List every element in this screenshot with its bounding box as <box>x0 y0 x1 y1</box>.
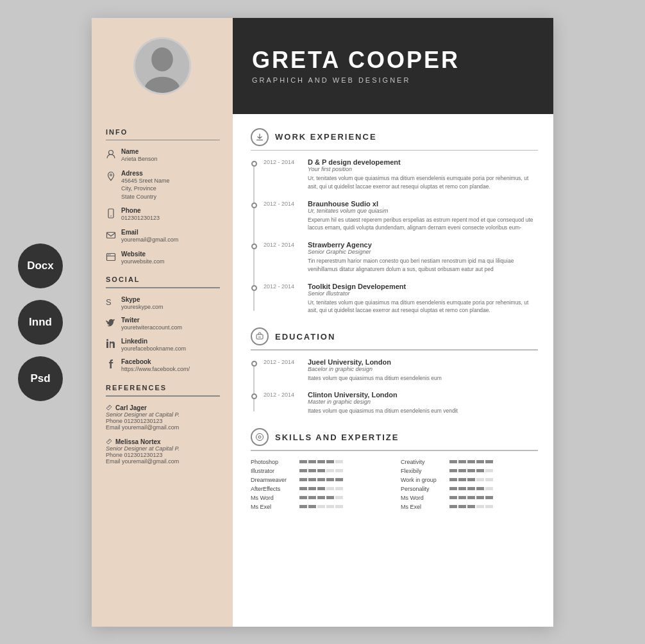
email-value: youremail@gmail.com <box>121 236 178 244</box>
docx-badge[interactable]: Docx <box>18 244 63 288</box>
ref1-phone: Phone 012301230123 <box>106 418 220 424</box>
edu-deg-2: Master in graphic design <box>308 399 538 405</box>
education-timeline: 2012 - 2014 Jueel University, London Bac… <box>251 358 538 416</box>
ref2-email: Email youremail@gmail.com <box>106 458 220 465</box>
skill-creativity: Creativity <box>401 459 538 465</box>
svg-point-13 <box>106 339 108 341</box>
ref2-phone: Phone 012301230123 <box>106 452 220 458</box>
linkedin-label: Linkedin <box>121 338 186 345</box>
edu-year-1: 2012 - 2014 <box>264 358 299 383</box>
svg-point-10 <box>110 254 111 255</box>
person-icon <box>106 149 116 160</box>
social-skype: S Skype youreskype.com <box>106 296 220 311</box>
timeline-year-4: 2012 - 2014 <box>264 283 299 315</box>
company-2: Braunhouse Sudio xl <box>308 200 538 208</box>
ref2-name: Melissa Nortex <box>115 438 161 445</box>
skills-section: SKILLS AND EXPERTIZE Photoshop <box>251 428 538 513</box>
skype-value: youreskype.com <box>121 303 163 311</box>
facebook-label: Facebook <box>121 358 190 365</box>
info-title: INFO <box>106 128 220 136</box>
education-header: EDUCATION <box>251 327 538 345</box>
email-icon <box>106 230 116 240</box>
work-exp-divider <box>251 150 538 151</box>
work-exp-title: WORK EXPERIENCE <box>275 132 377 142</box>
info-section: INFO Name Arieta Benson <box>106 128 220 266</box>
ref1-name: Carl Jager <box>115 404 147 411</box>
address-label: Adress <box>121 170 170 177</box>
desc-4: Ur, tenitates volum que quiasimus ma dit… <box>308 299 538 315</box>
edu-year-2: 2012 - 2014 <box>264 391 299 415</box>
skill-dreamweaver: Dreamweaver <box>251 477 388 483</box>
ref1-email: Email youremail@gmail.com <box>106 424 220 431</box>
twitter-icon <box>106 317 116 327</box>
position-4: Senior Illustrator <box>308 290 538 297</box>
social-linkedin: Linkedin yourefacebookname.com <box>106 338 220 353</box>
linkedin-icon <box>106 338 116 349</box>
references-title: REFERENCES <box>106 384 220 392</box>
desc-2: Experum hil es utaest reperem peribus er… <box>308 216 538 233</box>
svg-point-16 <box>256 434 264 441</box>
skype-label: Skype <box>121 296 163 303</box>
edu-deg-1: Bacelor in graphic design <box>308 366 538 372</box>
svg-text:S: S <box>106 297 112 307</box>
timeline-year-1: 2012 - 2014 <box>264 158 299 191</box>
work-exp-header: WORK EXPERIENCE <box>251 128 538 146</box>
svg-rect-12 <box>106 342 108 348</box>
phone-label: Phone <box>121 207 160 214</box>
skill-msexel-l: Ms Exel <box>251 504 388 510</box>
edu-item-1: 2012 - 2014 Jueel University, London Bac… <box>264 358 538 383</box>
edu-desc-1: Itates volum que quiasimus ma ditium ese… <box>308 374 538 383</box>
edu-dot-1 <box>251 361 257 367</box>
innd-badge[interactable]: Innd <box>18 300 63 345</box>
website-value: yourwebsite.com <box>121 258 165 266</box>
timeline-dot-3 <box>251 244 257 249</box>
resume-job-title: GRAPHICH AND WEB DESIGNER <box>252 76 534 84</box>
ref1-pos: Senior Designer at Capital P. <box>106 411 220 418</box>
ref2-pos: Senior Designer at Capital P. <box>106 445 220 452</box>
work-experience-section: WORK EXPERIENCE 2012 - 2014 D & P design… <box>251 128 538 315</box>
education-section: EDUCATION 2012 - 2014 Jueel University, … <box>251 327 538 415</box>
timeline-year-2: 2012 - 2014 <box>264 200 299 233</box>
header-left <box>92 18 233 114</box>
psd-badge[interactable]: Psd <box>18 356 63 401</box>
work-exp-icon <box>251 128 269 146</box>
skill-flexibily: Flexibily <box>401 468 538 474</box>
address-value: 45645 Sreet NameCity, ProvinceState Coun… <box>121 177 170 201</box>
social-title: SOCIAL <box>106 276 220 283</box>
skills-left-col: Photoshop Illustrator <box>251 459 388 513</box>
education-icon <box>251 327 269 345</box>
name-label: Name <box>121 148 158 155</box>
social-section: SOCIAL S Skype youreskype.com <box>106 276 220 374</box>
desc-1: Ur, tenitates volum que quiasimus ma dit… <box>308 174 538 191</box>
website-icon <box>106 252 116 262</box>
ref-carl: Carl Jager Senior Designer at Capital P.… <box>106 404 220 431</box>
skype-icon: S <box>106 297 116 307</box>
phone-icon <box>106 208 116 219</box>
header-right: GRETA COOPER GRAPHICH AND WEB DESIGNER <box>233 47 553 85</box>
timeline-item-3: 2012 - 2014 Strawberry Agency Senior Gra… <box>264 241 538 274</box>
edu-school-2: Clinton University, London <box>308 391 538 399</box>
twitter-value: youretwiteraccount.com <box>121 324 182 332</box>
svg-point-1 <box>151 47 173 71</box>
email-label: Email <box>121 229 178 236</box>
education-divider <box>251 349 538 351</box>
education-title: EDUCATION <box>275 332 335 342</box>
skills-right-col: Creativity Flexibily <box>401 459 538 513</box>
profile-svg <box>135 37 189 95</box>
timeline-dot-1 <box>251 161 257 167</box>
sidebar: INFO Name Arieta Benson <box>92 114 233 627</box>
name-value: Arieta Benson <box>121 155 158 163</box>
website-label: Website <box>121 251 165 258</box>
skills-title: SKILLS AND EXPERTIZE <box>275 433 399 442</box>
company-3: Strawberry Agency <box>308 241 538 249</box>
skill-illustrator: Illustrator <box>251 468 388 474</box>
position-3: Senior Graphic Designer <box>308 249 538 255</box>
edu-desc-2: Itates volum que quiasimus ma ditium ese… <box>308 407 538 415</box>
desc-3: Tin reperestrum harior maion conesto quo… <box>308 257 538 274</box>
info-name: Name Arieta Benson <box>106 148 220 163</box>
facebook-value: https://www.facebook.com/ <box>121 365 190 374</box>
timeline-dot-4 <box>251 285 257 291</box>
twitter-label: Twiter <box>121 317 182 324</box>
timeline-year-3: 2012 - 2014 <box>264 241 299 274</box>
resume-card: GRETA COOPER GRAPHICH AND WEB DESIGNER I… <box>92 18 553 627</box>
